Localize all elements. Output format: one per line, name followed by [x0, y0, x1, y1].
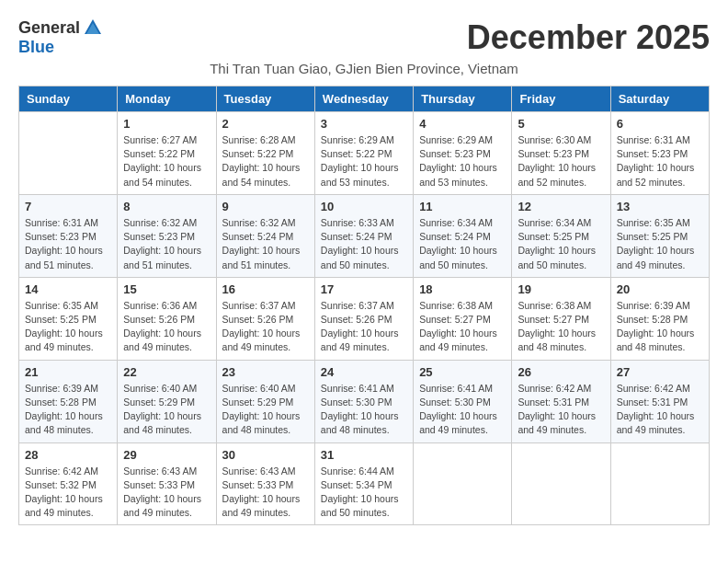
day-number: 13	[617, 200, 703, 213]
day-info: Sunrise: 6:35 AM Sunset: 5:25 PM Dayligh…	[617, 216, 703, 272]
day-number: 18	[419, 282, 506, 296]
day-number: 6	[617, 117, 703, 131]
calendar-cell	[512, 442, 610, 525]
day-info: Sunrise: 6:27 AM Sunset: 5:22 PM Dayligh…	[123, 133, 210, 190]
calendar-cell: 8Sunrise: 6:32 AM Sunset: 5:23 PM Daylig…	[118, 194, 216, 277]
day-info: Sunrise: 6:32 AM Sunset: 5:24 PM Dayligh…	[222, 216, 309, 272]
logo: General Blue	[18, 18, 103, 57]
day-info: Sunrise: 6:43 AM Sunset: 5:33 PM Dayligh…	[123, 465, 210, 521]
calendar-table: SundayMondayTuesdayWednesdayThursdayFrid…	[18, 86, 710, 525]
day-number: 21	[25, 365, 111, 379]
day-number: 19	[518, 282, 604, 296]
day-info: Sunrise: 6:31 AM Sunset: 5:23 PM Dayligh…	[617, 133, 703, 190]
logo-blue-text: Blue	[18, 38, 54, 56]
day-info: Sunrise: 6:41 AM Sunset: 5:30 PM Dayligh…	[321, 382, 407, 438]
weekday-header-sunday: Sunday	[19, 86, 118, 112]
calendar-cell: 27Sunrise: 6:42 AM Sunset: 5:31 PM Dayli…	[610, 360, 709, 442]
calendar-header-row: SundayMondayTuesdayWednesdayThursdayFrid…	[19, 86, 710, 112]
day-info: Sunrise: 6:42 AM Sunset: 5:32 PM Dayligh…	[25, 465, 111, 521]
day-info: Sunrise: 6:40 AM Sunset: 5:29 PM Dayligh…	[222, 382, 309, 438]
weekday-header-tuesday: Tuesday	[216, 86, 314, 112]
calendar-cell	[414, 442, 512, 525]
calendar-cell: 24Sunrise: 6:41 AM Sunset: 5:30 PM Dayli…	[314, 360, 413, 442]
weekday-header-monday: Monday	[118, 86, 216, 112]
day-info: Sunrise: 6:32 AM Sunset: 5:23 PM Dayligh…	[123, 216, 210, 272]
day-number: 5	[518, 117, 604, 131]
calendar-cell: 7Sunrise: 6:31 AM Sunset: 5:23 PM Daylig…	[19, 194, 118, 277]
calendar-cell: 29Sunrise: 6:43 AM Sunset: 5:33 PM Dayli…	[118, 442, 216, 525]
day-info: Sunrise: 6:36 AM Sunset: 5:26 PM Dayligh…	[123, 299, 210, 355]
day-info: Sunrise: 6:39 AM Sunset: 5:28 PM Dayligh…	[25, 382, 111, 438]
calendar-cell: 6Sunrise: 6:31 AM Sunset: 5:23 PM Daylig…	[610, 112, 709, 195]
day-number: 24	[321, 365, 407, 379]
calendar-week-row: 1Sunrise: 6:27 AM Sunset: 5:22 PM Daylig…	[19, 112, 710, 195]
day-info: Sunrise: 6:42 AM Sunset: 5:31 PM Dayligh…	[518, 382, 604, 438]
calendar-cell: 25Sunrise: 6:41 AM Sunset: 5:30 PM Dayli…	[414, 360, 512, 442]
calendar-week-row: 21Sunrise: 6:39 AM Sunset: 5:28 PM Dayli…	[19, 360, 710, 442]
day-number: 30	[222, 448, 309, 462]
calendar-cell: 28Sunrise: 6:42 AM Sunset: 5:32 PM Dayli…	[19, 442, 118, 525]
day-info: Sunrise: 6:42 AM Sunset: 5:31 PM Dayligh…	[617, 382, 703, 438]
day-number: 25	[419, 365, 506, 379]
day-info: Sunrise: 6:34 AM Sunset: 5:25 PM Dayligh…	[518, 216, 604, 272]
calendar-cell: 10Sunrise: 6:33 AM Sunset: 5:24 PM Dayli…	[314, 194, 413, 277]
day-number: 4	[419, 117, 506, 131]
calendar-cell: 5Sunrise: 6:30 AM Sunset: 5:23 PM Daylig…	[512, 112, 610, 195]
day-number: 29	[123, 448, 210, 462]
day-info: Sunrise: 6:40 AM Sunset: 5:29 PM Dayligh…	[123, 382, 210, 438]
day-info: Sunrise: 6:35 AM Sunset: 5:25 PM Dayligh…	[25, 299, 111, 355]
day-info: Sunrise: 6:29 AM Sunset: 5:22 PM Dayligh…	[321, 133, 407, 190]
day-number: 8	[123, 200, 210, 213]
day-info: Sunrise: 6:34 AM Sunset: 5:24 PM Dayligh…	[419, 216, 506, 272]
day-info: Sunrise: 6:30 AM Sunset: 5:23 PM Dayligh…	[518, 133, 604, 190]
day-number: 10	[321, 200, 407, 213]
calendar-cell: 20Sunrise: 6:39 AM Sunset: 5:28 PM Dayli…	[610, 277, 709, 360]
day-number: 28	[25, 448, 111, 462]
calendar-cell: 2Sunrise: 6:28 AM Sunset: 5:22 PM Daylig…	[216, 112, 314, 195]
day-info: Sunrise: 6:37 AM Sunset: 5:26 PM Dayligh…	[222, 299, 309, 355]
day-number: 17	[321, 282, 407, 296]
weekday-header-saturday: Saturday	[610, 86, 709, 112]
logo-general-text: General	[18, 18, 80, 38]
calendar-cell: 23Sunrise: 6:40 AM Sunset: 5:29 PM Dayli…	[216, 360, 314, 442]
calendar-cell: 30Sunrise: 6:43 AM Sunset: 5:33 PM Dayli…	[216, 442, 314, 525]
page-header: General Blue December 2025	[18, 18, 710, 57]
day-number: 11	[419, 200, 506, 213]
day-info: Sunrise: 6:43 AM Sunset: 5:33 PM Dayligh…	[222, 465, 309, 521]
day-number: 26	[518, 365, 604, 379]
calendar-cell: 22Sunrise: 6:40 AM Sunset: 5:29 PM Dayli…	[118, 360, 216, 442]
calendar-cell	[610, 442, 709, 525]
weekday-header-thursday: Thursday	[414, 86, 512, 112]
calendar-cell	[19, 112, 118, 195]
weekday-header-wednesday: Wednesday	[314, 86, 413, 112]
day-number: 15	[123, 282, 210, 296]
day-number: 1	[123, 117, 210, 131]
calendar-cell: 13Sunrise: 6:35 AM Sunset: 5:25 PM Dayli…	[610, 194, 709, 277]
day-number: 2	[222, 117, 309, 131]
calendar-cell: 9Sunrise: 6:32 AM Sunset: 5:24 PM Daylig…	[216, 194, 314, 277]
day-number: 27	[617, 365, 703, 379]
day-info: Sunrise: 6:37 AM Sunset: 5:26 PM Dayligh…	[321, 299, 407, 355]
day-info: Sunrise: 6:28 AM Sunset: 5:22 PM Dayligh…	[222, 133, 309, 190]
day-info: Sunrise: 6:33 AM Sunset: 5:24 PM Dayligh…	[321, 216, 407, 272]
calendar-week-row: 28Sunrise: 6:42 AM Sunset: 5:32 PM Dayli…	[19, 442, 710, 525]
day-number: 16	[222, 282, 309, 296]
calendar-cell: 31Sunrise: 6:44 AM Sunset: 5:34 PM Dayli…	[314, 442, 413, 525]
day-number: 3	[321, 117, 407, 131]
calendar-cell: 17Sunrise: 6:37 AM Sunset: 5:26 PM Dayli…	[314, 277, 413, 360]
day-number: 12	[518, 200, 604, 213]
subtitle: Thi Tran Tuan Giao, GJien Bien Province,…	[18, 61, 710, 76]
day-info: Sunrise: 6:39 AM Sunset: 5:28 PM Dayligh…	[617, 299, 703, 355]
calendar-cell: 18Sunrise: 6:38 AM Sunset: 5:27 PM Dayli…	[414, 277, 512, 360]
day-info: Sunrise: 6:38 AM Sunset: 5:27 PM Dayligh…	[419, 299, 506, 355]
calendar-cell: 21Sunrise: 6:39 AM Sunset: 5:28 PM Dayli…	[19, 360, 118, 442]
day-info: Sunrise: 6:41 AM Sunset: 5:30 PM Dayligh…	[419, 382, 506, 438]
day-info: Sunrise: 6:29 AM Sunset: 5:23 PM Dayligh…	[419, 133, 506, 190]
day-number: 22	[123, 365, 210, 379]
calendar-cell: 16Sunrise: 6:37 AM Sunset: 5:26 PM Dayli…	[216, 277, 314, 360]
calendar-cell: 26Sunrise: 6:42 AM Sunset: 5:31 PM Dayli…	[512, 360, 610, 442]
calendar-cell: 11Sunrise: 6:34 AM Sunset: 5:24 PM Dayli…	[414, 194, 512, 277]
logo-icon	[83, 17, 103, 38]
calendar-week-row: 14Sunrise: 6:35 AM Sunset: 5:25 PM Dayli…	[19, 277, 710, 360]
calendar-week-row: 7Sunrise: 6:31 AM Sunset: 5:23 PM Daylig…	[19, 194, 710, 277]
